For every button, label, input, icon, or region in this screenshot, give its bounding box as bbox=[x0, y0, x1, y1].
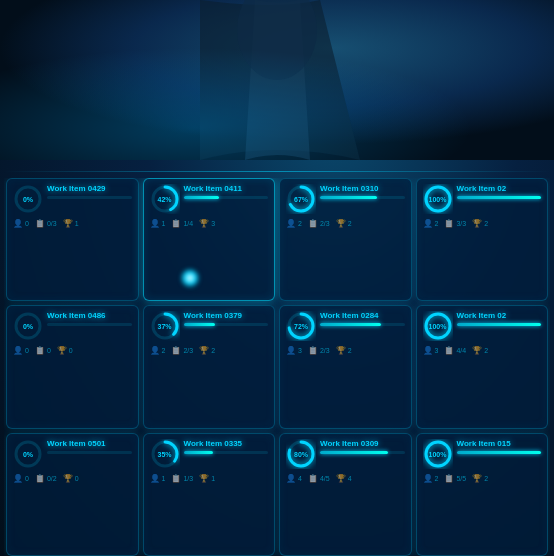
meta-icon-0: 👤 bbox=[13, 219, 23, 228]
progress-bar-wrap bbox=[320, 196, 405, 199]
card-meta: 👤 2 📋 3/3 🏆 2 bbox=[423, 219, 542, 228]
card-title: Work Item 02 bbox=[457, 184, 542, 193]
person-figure bbox=[0, 0, 554, 160]
meta-value-0: 2 bbox=[162, 347, 166, 354]
card-meta: 👤 0 📋 0/3 🏆 1 bbox=[13, 219, 132, 228]
meta-item-2: 🏆 2 bbox=[336, 346, 352, 355]
meta-value-2: 2 bbox=[484, 220, 488, 227]
meta-value-0: 1 bbox=[162, 220, 166, 227]
card-top: 0% Work Item 0501 bbox=[13, 439, 132, 469]
meta-icon-2: 🏆 bbox=[57, 346, 67, 355]
header-divider bbox=[4, 171, 550, 172]
progress-pct: 42% bbox=[157, 196, 171, 203]
card-title: Work Item 0284 bbox=[320, 311, 405, 320]
card-top: 100% Work Item 02 bbox=[423, 311, 542, 341]
progress-circle: 37% bbox=[150, 311, 180, 341]
meta-item-0: 👤 2 bbox=[150, 346, 166, 355]
meta-icon-2: 🏆 bbox=[63, 219, 73, 228]
meta-icon-1: 📋 bbox=[308, 219, 318, 228]
meta-item-1: 📋 0 bbox=[35, 346, 51, 355]
meta-icon-2: 🏆 bbox=[472, 474, 482, 483]
card-meta: 👤 0 📋 0/2 🏆 0 bbox=[13, 474, 132, 483]
meta-value-0: 0 bbox=[25, 347, 29, 354]
meta-value-1: 2/3 bbox=[183, 347, 193, 354]
card-c10[interactable]: 100% Work Item 02 👤 2 📋 bbox=[416, 178, 549, 301]
card-top: 100% Work Item 015 bbox=[423, 439, 542, 469]
card-title: Work Item 0310 bbox=[320, 184, 405, 193]
meta-value-2: 2 bbox=[211, 347, 215, 354]
card-c2[interactable]: 0% Work Item 0486 👤 0 📋 bbox=[6, 305, 139, 428]
meta-item-1: 📋 1/4 bbox=[171, 219, 193, 228]
meta-item-1: 📋 2/3 bbox=[171, 346, 193, 355]
meta-item-0: 👤 0 bbox=[13, 219, 29, 228]
card-title: Work Item 0486 bbox=[47, 311, 132, 320]
progress-bar-wrap bbox=[320, 323, 405, 326]
card-c6[interactable]: 35% Work Item 0335 👤 1 📋 bbox=[143, 433, 276, 556]
meta-item-0: 👤 3 bbox=[423, 346, 439, 355]
card-c12[interactable]: 100% Work Item 015 👤 2 📋 bbox=[416, 433, 549, 556]
meta-icon-1: 📋 bbox=[35, 474, 45, 483]
meta-value-0: 2 bbox=[435, 220, 439, 227]
card-c9[interactable]: 80% Work Item 0309 👤 4 📋 bbox=[279, 433, 412, 556]
card-info: Work Item 0309 bbox=[320, 439, 405, 456]
meta-item-2: 🏆 0 bbox=[57, 346, 73, 355]
progress-circle: 100% bbox=[423, 184, 453, 214]
col-header-todo bbox=[6, 155, 142, 171]
meta-icon-0: 👤 bbox=[150, 346, 160, 355]
progress-pct: 0% bbox=[23, 196, 33, 203]
meta-value-0: 0 bbox=[25, 220, 29, 227]
meta-value-2: 3 bbox=[211, 220, 215, 227]
meta-value-2: 2 bbox=[484, 347, 488, 354]
meta-value-2: 4 bbox=[348, 475, 352, 482]
meta-item-2: 🏆 2 bbox=[472, 346, 488, 355]
meta-icon-0: 👤 bbox=[286, 219, 296, 228]
meta-value-0: 2 bbox=[435, 475, 439, 482]
meta-item-2: 🏆 1 bbox=[63, 219, 79, 228]
card-c1[interactable]: 0% Work Item 0429 👤 0 📋 bbox=[6, 178, 139, 301]
meta-item-1: 📋 2/3 bbox=[308, 219, 330, 228]
progress-bar-wrap bbox=[47, 451, 132, 454]
card-c7[interactable]: 67% Work Item 0310 👤 2 📋 bbox=[279, 178, 412, 301]
card-info: Work Item 0411 bbox=[184, 184, 269, 201]
card-c8[interactable]: 72% Work Item 0284 👤 3 📋 bbox=[279, 305, 412, 428]
meta-icon-0: 👤 bbox=[423, 346, 433, 355]
meta-item-1: 📋 2/3 bbox=[308, 346, 330, 355]
meta-item-0: 👤 0 bbox=[13, 474, 29, 483]
card-c3[interactable]: 0% Work Item 0501 👤 0 📋 bbox=[6, 433, 139, 556]
meta-value-1: 0/3 bbox=[47, 220, 57, 227]
meta-value-2: 1 bbox=[211, 475, 215, 482]
progress-circle: 100% bbox=[423, 439, 453, 469]
card-c4[interactable]: 42% Work Item 0411 👤 1 📋 bbox=[143, 178, 276, 301]
card-title: Work Item 0411 bbox=[184, 184, 269, 193]
card-info: Work Item 02 bbox=[457, 311, 542, 328]
cards-area: 0% Work Item 0429 👤 0 📋 bbox=[4, 178, 550, 556]
meta-item-0: 👤 0 bbox=[13, 346, 29, 355]
progress-bar-fill bbox=[457, 451, 542, 454]
card-c11[interactable]: 100% Work Item 02 👤 3 📋 bbox=[416, 305, 549, 428]
progress-bar-wrap bbox=[184, 196, 269, 199]
progress-circle: 42% bbox=[150, 184, 180, 214]
card-info: Work Item 0379 bbox=[184, 311, 269, 328]
card-info: Work Item 0335 bbox=[184, 439, 269, 456]
card-top: 42% Work Item 0411 bbox=[150, 184, 269, 214]
meta-icon-2: 🏆 bbox=[199, 346, 209, 355]
progress-bar-fill bbox=[320, 451, 388, 454]
card-title: Work Item 02 bbox=[457, 311, 542, 320]
meta-icon-1: 📋 bbox=[308, 346, 318, 355]
card-meta: 👤 4 📋 4/5 🏆 4 bbox=[286, 474, 405, 483]
progress-circle: 35% bbox=[150, 439, 180, 469]
card-c5[interactable]: 37% Work Item 0379 👤 2 📋 bbox=[143, 305, 276, 428]
progress-bar-wrap bbox=[457, 323, 542, 326]
meta-value-1: 0 bbox=[47, 347, 51, 354]
meta-value-0: 1 bbox=[162, 475, 166, 482]
meta-icon-0: 👤 bbox=[286, 346, 296, 355]
meta-icon-1: 📋 bbox=[444, 346, 454, 355]
meta-icon-0: 👤 bbox=[150, 219, 160, 228]
progress-bar-fill bbox=[184, 196, 219, 199]
progress-pct: 0% bbox=[23, 323, 33, 330]
meta-value-0: 4 bbox=[298, 475, 302, 482]
card-meta: 👤 3 📋 4/4 🏆 2 bbox=[423, 346, 542, 355]
card-top: 0% Work Item 0429 bbox=[13, 184, 132, 214]
meta-icon-1: 📋 bbox=[35, 219, 45, 228]
column-todo: 0% Work Item 0429 👤 0 📋 bbox=[6, 178, 139, 556]
